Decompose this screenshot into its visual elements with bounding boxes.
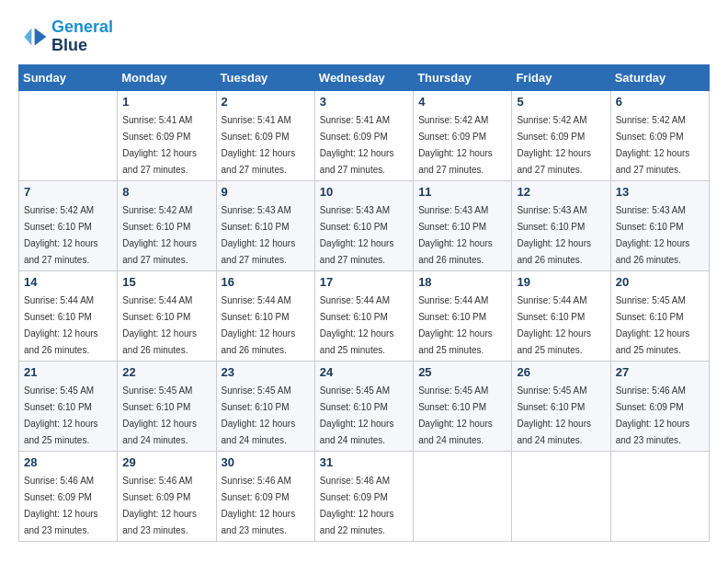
day-number: 6 — [616, 95, 704, 109]
calendar-cell: 28 Sunrise: 5:46 AMSunset: 6:09 PMDaylig… — [19, 451, 118, 541]
day-number: 11 — [418, 185, 506, 199]
day-info: Sunrise: 5:41 AMSunset: 6:09 PMDaylight:… — [122, 115, 197, 175]
day-info: Sunrise: 5:43 AMSunset: 6:10 PMDaylight:… — [517, 205, 591, 265]
calendar-cell: 10 Sunrise: 5:43 AMSunset: 6:10 PMDaylig… — [314, 180, 413, 270]
day-number: 24 — [320, 365, 408, 379]
day-number: 30 — [222, 455, 310, 469]
day-info: Sunrise: 5:42 AMSunset: 6:09 PMDaylight:… — [517, 115, 591, 175]
day-number: 4 — [418, 95, 506, 109]
day-info: Sunrise: 5:44 AMSunset: 6:10 PMDaylight:… — [122, 295, 197, 355]
day-info: Sunrise: 5:42 AMSunset: 6:10 PMDaylight:… — [24, 205, 98, 265]
day-info: Sunrise: 5:43 AMSunset: 6:10 PMDaylight:… — [616, 205, 690, 265]
day-info: Sunrise: 5:46 AMSunset: 6:09 PMDaylight:… — [24, 476, 98, 535]
calendar-cell: 2 Sunrise: 5:41 AMSunset: 6:09 PMDayligh… — [216, 90, 314, 180]
svg-marker-0 — [35, 28, 47, 45]
calendar-cell: 29 Sunrise: 5:46 AMSunset: 6:09 PMDaylig… — [118, 451, 216, 541]
weekday-header: Monday — [118, 64, 216, 90]
day-info: Sunrise: 5:43 AMSunset: 6:10 PMDaylight:… — [222, 205, 296, 265]
calendar-cell: 30 Sunrise: 5:46 AMSunset: 6:09 PMDaylig… — [216, 451, 314, 541]
calendar-cell: 5 Sunrise: 5:42 AMSunset: 6:09 PMDayligh… — [512, 90, 610, 180]
day-number: 13 — [616, 185, 704, 199]
calendar-cell: 15 Sunrise: 5:44 AMSunset: 6:10 PMDaylig… — [118, 270, 216, 361]
day-info: Sunrise: 5:44 AMSunset: 6:10 PMDaylight:… — [320, 295, 394, 355]
calendar-cell: 31 Sunrise: 5:46 AMSunset: 6:09 PMDaylig… — [314, 451, 413, 541]
calendar-cell: 19 Sunrise: 5:44 AMSunset: 6:10 PMDaylig… — [512, 270, 610, 361]
day-info: Sunrise: 5:45 AMSunset: 6:10 PMDaylight:… — [418, 385, 493, 445]
day-number: 23 — [222, 365, 310, 379]
day-number: 12 — [517, 185, 605, 199]
day-info: Sunrise: 5:42 AMSunset: 6:10 PMDaylight:… — [122, 205, 197, 265]
day-info: Sunrise: 5:42 AMSunset: 6:09 PMDaylight:… — [616, 115, 690, 175]
calendar-cell: 9 Sunrise: 5:43 AMSunset: 6:10 PMDayligh… — [216, 180, 314, 270]
day-info: Sunrise: 5:45 AMSunset: 6:10 PMDaylight:… — [517, 385, 591, 445]
weekday-header: Wednesday — [314, 64, 413, 90]
day-number: 22 — [122, 365, 210, 379]
day-info: Sunrise: 5:43 AMSunset: 6:10 PMDaylight:… — [418, 205, 493, 265]
calendar-cell: 17 Sunrise: 5:44 AMSunset: 6:10 PMDaylig… — [314, 270, 413, 361]
day-number: 15 — [122, 275, 210, 289]
page-header: General Blue — [18, 18, 710, 55]
calendar-cell: 12 Sunrise: 5:43 AMSunset: 6:10 PMDaylig… — [512, 180, 610, 270]
calendar-cell: 13 Sunrise: 5:43 AMSunset: 6:10 PMDaylig… — [610, 180, 709, 270]
calendar-cell: 6 Sunrise: 5:42 AMSunset: 6:09 PMDayligh… — [610, 90, 709, 180]
calendar-cell: 16 Sunrise: 5:44 AMSunset: 6:10 PMDaylig… — [216, 270, 314, 361]
day-number: 27 — [616, 365, 704, 379]
day-number: 21 — [24, 365, 112, 379]
day-number: 7 — [24, 185, 112, 199]
day-info: Sunrise: 5:44 AMSunset: 6:10 PMDaylight:… — [517, 295, 591, 355]
day-info: Sunrise: 5:46 AMSunset: 6:09 PMDaylight:… — [320, 476, 394, 535]
day-info: Sunrise: 5:44 AMSunset: 6:10 PMDaylight:… — [418, 295, 493, 355]
day-number: 28 — [24, 455, 112, 469]
calendar-cell — [610, 451, 709, 541]
calendar-cell: 26 Sunrise: 5:45 AMSunset: 6:10 PMDaylig… — [512, 361, 610, 451]
day-info: Sunrise: 5:45 AMSunset: 6:10 PMDaylight:… — [320, 385, 394, 445]
calendar-cell: 21 Sunrise: 5:45 AMSunset: 6:10 PMDaylig… — [19, 361, 118, 451]
calendar-cell: 8 Sunrise: 5:42 AMSunset: 6:10 PMDayligh… — [118, 180, 216, 270]
weekday-header: Friday — [512, 64, 610, 90]
day-number: 16 — [222, 275, 310, 289]
logo: General Blue — [18, 18, 113, 55]
calendar-cell: 24 Sunrise: 5:45 AMSunset: 6:10 PMDaylig… — [314, 361, 413, 451]
calendar-cell: 27 Sunrise: 5:46 AMSunset: 6:09 PMDaylig… — [610, 361, 709, 451]
day-number: 19 — [517, 275, 605, 289]
weekday-header: Tuesday — [216, 64, 314, 90]
day-number: 10 — [320, 185, 408, 199]
day-info: Sunrise: 5:45 AMSunset: 6:10 PMDaylight:… — [24, 385, 98, 445]
calendar-cell: 23 Sunrise: 5:45 AMSunset: 6:10 PMDaylig… — [216, 361, 314, 451]
day-info: Sunrise: 5:43 AMSunset: 6:10 PMDaylight:… — [320, 205, 394, 265]
calendar-cell — [512, 451, 610, 541]
logo-text: General Blue — [51, 18, 113, 55]
day-number: 26 — [517, 365, 605, 379]
day-number: 31 — [320, 455, 408, 469]
calendar-cell: 14 Sunrise: 5:44 AMSunset: 6:10 PMDaylig… — [19, 270, 118, 361]
day-number: 20 — [616, 275, 704, 289]
day-info: Sunrise: 5:44 AMSunset: 6:10 PMDaylight:… — [24, 295, 98, 355]
day-number: 8 — [122, 185, 210, 199]
calendar-cell: 25 Sunrise: 5:45 AMSunset: 6:10 PMDaylig… — [414, 361, 512, 451]
day-number: 29 — [122, 455, 210, 469]
day-info: Sunrise: 5:46 AMSunset: 6:09 PMDaylight:… — [122, 476, 197, 535]
weekday-header: Thursday — [414, 64, 512, 90]
calendar-cell: 20 Sunrise: 5:45 AMSunset: 6:10 PMDaylig… — [610, 270, 709, 361]
day-number: 1 — [122, 95, 210, 109]
weekday-header: Saturday — [610, 64, 709, 90]
calendar-cell: 7 Sunrise: 5:42 AMSunset: 6:10 PMDayligh… — [19, 180, 118, 270]
weekday-header: Sunday — [19, 64, 118, 90]
calendar-cell: 3 Sunrise: 5:41 AMSunset: 6:09 PMDayligh… — [314, 90, 413, 180]
day-number: 18 — [418, 275, 506, 289]
calendar-cell — [414, 451, 512, 541]
calendar-cell — [19, 90, 118, 180]
calendar-cell: 18 Sunrise: 5:44 AMSunset: 6:10 PMDaylig… — [414, 270, 512, 361]
day-number: 25 — [418, 365, 506, 379]
day-number: 3 — [320, 95, 408, 109]
day-number: 2 — [222, 95, 310, 109]
day-info: Sunrise: 5:44 AMSunset: 6:10 PMDaylight:… — [222, 295, 296, 355]
day-info: Sunrise: 5:45 AMSunset: 6:10 PMDaylight:… — [616, 295, 690, 355]
svg-marker-1 — [24, 28, 31, 45]
calendar-table: SundayMondayTuesdayWednesdayThursdayFrid… — [18, 64, 710, 542]
logo-icon — [18, 22, 48, 52]
calendar-cell: 1 Sunrise: 5:41 AMSunset: 6:09 PMDayligh… — [118, 90, 216, 180]
day-info: Sunrise: 5:42 AMSunset: 6:09 PMDaylight:… — [418, 115, 493, 175]
calendar-header: SundayMondayTuesdayWednesdayThursdayFrid… — [19, 64, 710, 90]
day-number: 9 — [222, 185, 310, 199]
